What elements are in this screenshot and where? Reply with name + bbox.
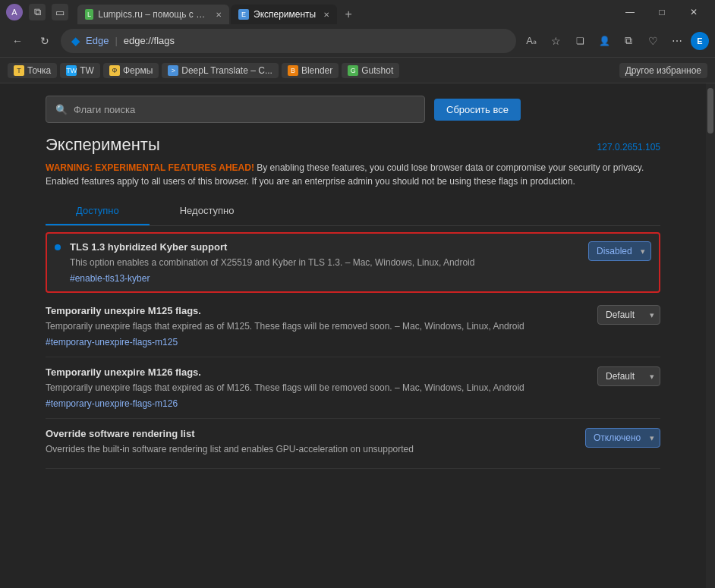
flag-select-wrap-m125[interactable]: Default Disabled Enabled: [597, 305, 660, 325]
flag-link-m125[interactable]: #temporary-unexpire-flags-m125: [46, 337, 178, 347]
avatar: А: [6, 4, 23, 20]
flag-content-m125: Temporarily unexpire M125 flags. Tempora…: [46, 305, 588, 347]
flag-item-m125: Temporarily unexpire M125 flags. Tempora…: [46, 296, 660, 357]
bookmark-fermy-icon: Ф: [109, 65, 120, 76]
flag-content-software-rendering: Override software rendering list Overrid…: [46, 428, 576, 459]
flag-item-tls13: TLS 1.3 hybridized Kyber support This op…: [46, 232, 660, 293]
tab-unavailable[interactable]: Недоступно: [150, 197, 265, 225]
flag-control-tls13[interactable]: Disabled Default Enabled: [588, 241, 651, 261]
flag-item-software-rendering: Override software rendering list Overrid…: [46, 419, 660, 469]
flags-list: TLS 1.3 hybridized Kyber support This op…: [0, 226, 706, 588]
page-title-section: Эксперименты 127.0.2651.105: [0, 123, 706, 161]
flag-title-tls13: TLS 1.3 hybridized Kyber support: [70, 241, 579, 253]
bookmark-blender-icon: B: [288, 65, 298, 76]
maximize-button[interactable]: □: [647, 0, 677, 24]
search-icon: 🔍: [55, 104, 68, 115]
tab-experiments[interactable]: E Эксперименты ✕: [231, 5, 337, 24]
new-tab-button[interactable]: +: [339, 5, 358, 24]
search-box[interactable]: 🔍 Флаги поиска: [46, 96, 425, 123]
flag-title-m125: Temporarily unexpire M125 flags.: [46, 305, 588, 316]
bookmark-other[interactable]: Другое избранное: [619, 63, 707, 78]
copy-icon[interactable]: ⧉: [29, 4, 46, 20]
title-bar: А ⧉ ▭ L Lumpics.ru – помощь с компью... …: [0, 0, 715, 24]
warning-keyword: WARNING: EXPERIMENTAL FEATURES AHEAD!: [46, 162, 254, 173]
tab1-close[interactable]: ✕: [216, 11, 222, 19]
flag-item-m126: Temporarily unexpire M126 flags. Tempora…: [46, 357, 660, 419]
tab2-close[interactable]: ✕: [323, 11, 329, 19]
bookmark-fermy[interactable]: Ф Фермы: [103, 63, 159, 78]
bookmarks-bar: T Точка TW TW Ф Фермы > DeepL Translate …: [0, 58, 715, 83]
address-url: edge://flags: [124, 35, 506, 46]
nav-bar: ← ↻ ◆ Edge | edge://flags Aₐ ☆ ❏ 👤 ⧉ ♡ ⋯…: [0, 24, 715, 58]
tabs-row: L Lumpics.ru – помощь с компью... ✕ E Эк…: [77, 0, 612, 24]
reset-button[interactable]: Сбросить все: [434, 99, 521, 121]
minimize-button[interactable]: —: [615, 0, 645, 24]
flag-select-wrap-tls13[interactable]: Disabled Default Enabled: [588, 241, 651, 261]
flag-desc-tls13: This option enables a combination of X25…: [70, 256, 579, 269]
flag-link-m126[interactable]: #temporary-unexpire-flags-m126: [46, 398, 178, 409]
flag-select-tls13[interactable]: Disabled Default Enabled: [588, 241, 651, 261]
flag-select-software-rendering[interactable]: Отключено Default Enabled: [585, 428, 660, 448]
scrollbar[interactable]: [706, 83, 715, 588]
bookmark-gutshot[interactable]: G Gutshot: [342, 63, 399, 78]
flag-title-m126: Temporarily unexpire M126 flags.: [46, 366, 588, 378]
search-placeholder: Флаги поиска: [74, 104, 415, 115]
flag-control-m125[interactable]: Default Disabled Enabled: [597, 305, 660, 325]
page-title: Эксперименты: [46, 135, 160, 155]
flag-title-software-rendering: Override software rendering list: [46, 428, 576, 439]
search-section: 🔍 Флаги поиска Сбросить все: [0, 83, 706, 123]
back-button[interactable]: ←: [6, 30, 29, 52]
bookmark-deepl[interactable]: > DeepL Translate – C...: [162, 63, 279, 78]
share-button[interactable]: ⧉: [618, 30, 639, 52]
collections-button[interactable]: ❏: [569, 30, 591, 52]
favorites-button[interactable]: ☆: [545, 30, 566, 52]
window-icon[interactable]: ▭: [52, 4, 68, 20]
more-button[interactable]: ⋯: [666, 30, 688, 52]
read-aloud-button[interactable]: Aₐ: [521, 30, 542, 52]
tab-lumpics[interactable]: L Lumpics.ru – помощь с компью... ✕: [77, 5, 229, 24]
bookmark-deepl-icon: >: [168, 65, 178, 76]
edge-logo: ◆: [71, 35, 80, 47]
bookmark-tochka[interactable]: T Точка: [8, 63, 57, 78]
content-tabs: Доступно Недоступно: [46, 197, 660, 226]
tab1-favicon: L: [85, 9, 93, 20]
refresh-button[interactable]: ↻: [33, 30, 56, 52]
bookmark-tw-icon: TW: [66, 65, 77, 76]
nav-right-buttons: Aₐ ☆ ❏ 👤 ⧉ ♡ ⋯ E: [521, 30, 709, 52]
version-text: 127.0.2651.105: [597, 142, 660, 153]
bookmark-gutshot-icon: G: [348, 65, 358, 76]
bookmark-tw[interactable]: TW TW: [60, 63, 100, 78]
address-separator: |: [115, 35, 117, 46]
flag-desc-software-rendering: Overrides the built-in software renderin…: [46, 442, 576, 456]
flag-select-m125[interactable]: Default Disabled Enabled: [597, 305, 660, 325]
profile-button[interactable]: 👤: [594, 30, 615, 52]
close-button[interactable]: ✕: [679, 0, 709, 24]
window-controls: — □ ✕: [615, 0, 709, 24]
page-area: 🔍 Флаги поиска Сбросить все Эксперименты…: [0, 83, 706, 588]
flag-dot: [55, 244, 61, 250]
flag-content-tls13: TLS 1.3 hybridized Kyber support This op…: [70, 241, 579, 284]
flag-desc-m125: Temporarily unexpire flags that expired …: [46, 319, 588, 333]
address-bar[interactable]: ◆ Edge | edge://flags: [61, 29, 516, 53]
flag-select-m126[interactable]: Default Disabled Enabled: [597, 366, 660, 386]
flag-control-software-rendering[interactable]: Отключено Default Enabled: [585, 428, 660, 448]
tab-available[interactable]: Доступно: [46, 197, 150, 225]
bookmark-blender[interactable]: B Blender: [282, 63, 339, 78]
tab2-favicon: E: [238, 9, 249, 20]
flag-link-tls13[interactable]: #enable-tls13-kyber: [70, 273, 150, 284]
flag-content-m126: Temporarily unexpire M126 flags. Tempora…: [46, 366, 588, 409]
edge-button[interactable]: E: [691, 32, 709, 50]
flag-control-m126[interactable]: Default Disabled Enabled: [597, 366, 660, 386]
warning-section: WARNING: EXPERIMENTAL FEATURES AHEAD! By…: [0, 161, 706, 197]
flag-select-wrap-m126[interactable]: Default Disabled Enabled: [597, 366, 660, 386]
favorites-side[interactable]: ♡: [642, 30, 663, 52]
scrollbar-thumb[interactable]: [707, 88, 713, 134]
flag-select-wrap-software-rendering[interactable]: Отключено Default Enabled: [585, 428, 660, 448]
flag-desc-m126: Temporarily unexpire flags that expired …: [46, 381, 588, 395]
main-content: 🔍 Флаги поиска Сбросить все Эксперименты…: [0, 83, 715, 588]
bookmark-tochka-icon: T: [14, 65, 24, 76]
address-scheme: Edge: [86, 35, 109, 46]
